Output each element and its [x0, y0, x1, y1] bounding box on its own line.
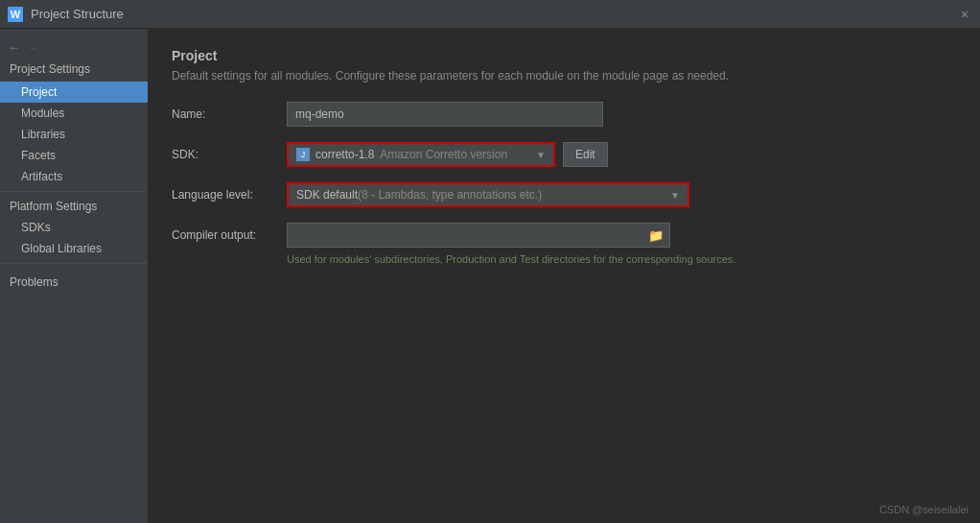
content-description: Default settings for all modules. Config… — [172, 69, 957, 83]
sdk-java-icon: J — [296, 148, 310, 161]
sidebar-item-project[interactable]: Project — [0, 82, 148, 103]
sidebar: ← → Project Settings Project Modules Lib… — [0, 29, 149, 523]
language-detail: (8 - Lambdas, type annotations etc.) — [358, 188, 542, 202]
sidebar-divider — [0, 191, 148, 192]
sdk-dropdown-arrow: ▼ — [536, 150, 546, 160]
compiler-path-input[interactable] — [295, 228, 631, 242]
compiler-output-hint: Used for modules' subdirectories, Produc… — [287, 253, 957, 265]
sdk-row: SDK: J corretto-1.8 Amazon Corretto vers… — [172, 142, 957, 167]
project-settings-header: Project Settings — [0, 59, 148, 80]
compiler-output-label: Compiler output: — [172, 228, 287, 242]
sdk-dropdown-inner: J corretto-1.8 Amazon Corretto version — [296, 148, 532, 161]
app-icon-letter: W — [11, 9, 20, 20]
app-icon: W — [8, 7, 23, 22]
sdk-label: SDK: — [172, 148, 287, 161]
sidebar-item-global-libraries[interactable]: Global Libraries — [0, 238, 148, 259]
sdk-icon-letter: J — [301, 150, 306, 159]
back-arrow[interactable]: ← — [8, 40, 20, 55]
content-area: Project Default settings for all modules… — [149, 29, 980, 523]
problems-header[interactable]: Problems — [0, 272, 148, 293]
language-dropdown-arrow: ▼ — [670, 190, 680, 201]
content-title: Project — [172, 48, 957, 63]
title-bar-left: W Project Structure — [8, 7, 124, 22]
title-bar: W Project Structure × — [0, 0, 980, 29]
window-title: Project Structure — [31, 7, 124, 21]
edit-sdk-button[interactable]: Edit — [563, 142, 608, 167]
nav-back-row: ← → — [0, 36, 148, 59]
language-level-row: Language level: SDK default (8 - Lambdas… — [172, 182, 957, 207]
language-level-dropdown[interactable]: SDK default (8 - Lambdas, type annotatio… — [287, 182, 689, 207]
sidebar-divider-2 — [0, 263, 148, 264]
compiler-output-input[interactable]: 📁 — [287, 223, 670, 248]
name-field — [287, 102, 766, 127]
compiler-output-row: Compiler output: 📁 — [172, 223, 957, 248]
close-button[interactable]: × — [957, 7, 972, 22]
sidebar-item-modules[interactable]: Modules — [0, 103, 148, 124]
sidebar-item-libraries[interactable]: Libraries — [0, 124, 148, 145]
sidebar-item-artifacts[interactable]: Artifacts — [0, 166, 148, 187]
name-label: Name: — [172, 107, 287, 121]
sdk-version: Amazon Corretto version — [380, 148, 507, 161]
sidebar-item-sdks[interactable]: SDKs — [0, 217, 148, 238]
footer-watermark: CSDN @seiseilalei — [879, 504, 968, 515]
language-default: SDK default — [296, 188, 358, 202]
language-level-label: Language level: — [172, 188, 287, 202]
language-dropdown-inner: SDK default (8 - Lambdas, type annotatio… — [296, 188, 670, 202]
sdk-dropdown[interactable]: J corretto-1.8 Amazon Corretto version ▼ — [287, 142, 555, 167]
main-container: ← → Project Settings Project Modules Lib… — [0, 29, 980, 523]
forward-arrow[interactable]: → — [26, 40, 38, 55]
name-input[interactable] — [287, 102, 603, 127]
sdk-name: corretto-1.8 — [315, 148, 374, 161]
sidebar-item-facets[interactable]: Facets — [0, 145, 148, 166]
browse-folder-icon[interactable]: 📁 — [648, 228, 664, 243]
name-row: Name: — [172, 102, 957, 127]
platform-settings-header: Platform Settings — [0, 196, 148, 217]
sdk-controls: J corretto-1.8 Amazon Corretto version ▼… — [287, 142, 608, 167]
